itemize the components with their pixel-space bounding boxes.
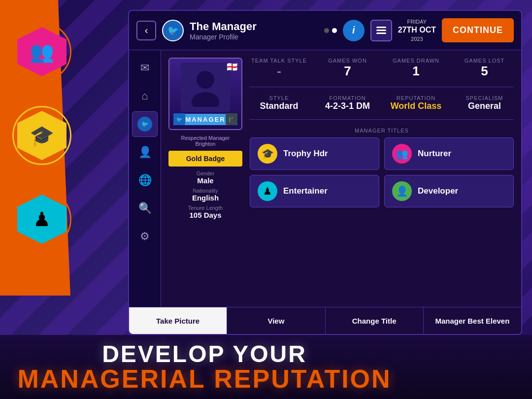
- style-stat: STYLE Standard: [250, 95, 308, 111]
- trophy-icon: 🎓: [258, 144, 277, 164]
- style-row: STYLE Standard FORMATION 4-2-3-1 DM REPU…: [250, 95, 514, 111]
- games-drawn-label: GAMES DRAWN: [387, 58, 445, 64]
- side-icons: 👥 🎓 ♟: [15, 25, 69, 246]
- nav-gear[interactable]: ⚙: [132, 224, 158, 249]
- banner-line-1: DEVELOP YOUR: [102, 342, 307, 366]
- menu-line-1: [376, 27, 386, 28]
- nurturer-icon: 👥: [392, 144, 412, 164]
- titles-section: MANAGER TITLES 🎓 Trophy Hdr 👥 Nurturer ♟: [250, 128, 514, 299]
- trophy-label: Trophy Hdr: [283, 149, 328, 159]
- nav-person[interactable]: 👤: [132, 139, 158, 165]
- reputation-value: World Class: [387, 101, 445, 111]
- games-lost-value: 5: [455, 64, 514, 79]
- dot-2: [332, 28, 337, 33]
- menu-line-3: [376, 33, 386, 34]
- avatar-svg: [186, 67, 225, 107]
- nationality-label: Nationality: [168, 188, 242, 194]
- side-navigation: ✉ ⌂ 🐦 👤 🌐 🔍 ⚙: [129, 50, 161, 307]
- gender-label: Gender: [168, 170, 242, 176]
- graduation-hex: 🎓: [15, 108, 69, 163]
- take-picture-button[interactable]: Take Picture: [129, 307, 227, 334]
- games-won-stat: GAMES WON 7: [318, 58, 377, 79]
- reputation-stat: REPUTATION World Class: [387, 95, 445, 111]
- games-won-label: GAMES WON: [318, 58, 377, 64]
- bottom-buttons: Take Picture View Change Title Manager B…: [129, 307, 521, 334]
- tenure-value: 105 Days: [168, 211, 242, 219]
- nav-shield[interactable]: 🐦: [132, 111, 158, 137]
- formation-label: FORMATION: [318, 95, 377, 101]
- menu-button[interactable]: [370, 20, 392, 41]
- games-lost-label: GAMES LOST: [455, 58, 514, 64]
- specialism-value: General: [455, 101, 514, 111]
- tenure-row: Tenure Length 105 Days: [168, 205, 242, 219]
- nav-search[interactable]: 🔍: [132, 196, 158, 221]
- date-year: 2023: [398, 35, 436, 42]
- info-button[interactable]: i: [343, 20, 365, 41]
- nav-globe[interactable]: 🌐: [132, 167, 158, 193]
- back-button[interactable]: ‹: [136, 21, 156, 40]
- gender-row: Gender Male: [168, 170, 242, 185]
- view-button[interactable]: View: [227, 307, 325, 334]
- main-panel: ‹ 🐦 The Manager Manager Profile i FRIDAY…: [128, 10, 522, 335]
- svg-point-1: [192, 92, 219, 107]
- gold-badge-button[interactable]: Gold Badge: [168, 151, 242, 166]
- title-trophy-hdr[interactable]: 🎓 Trophy Hdr: [250, 137, 379, 170]
- svg-point-0: [197, 71, 214, 89]
- change-title-button[interactable]: Change Title: [326, 307, 424, 334]
- date-block: FRIDAY 27TH OCT 2023: [398, 18, 436, 42]
- bottom-flag-badge: 🏴: [226, 113, 237, 125]
- menu-line-2: [376, 30, 386, 31]
- nationality-row: Nationality English: [168, 188, 242, 202]
- stats-panel: TEAM TALK STYLE - GAMES WON 7 GAMES DRAW…: [250, 58, 514, 299]
- team-talk-label: TEAM TALK STYLE: [250, 58, 308, 64]
- dot-1: [324, 28, 329, 33]
- card-description: Respected Manager: [168, 135, 242, 141]
- continue-button[interactable]: CONTINUE: [442, 18, 514, 42]
- titles-label: MANAGER TITLES: [250, 128, 514, 133]
- nationality-value: English: [168, 194, 242, 202]
- date-date: 27TH OCT: [398, 25, 436, 35]
- avatar: [181, 63, 230, 112]
- specialism-label: SPECIALISM: [455, 95, 514, 101]
- manager-subtitle: Manager Profile: [190, 33, 318, 41]
- chess-hex: ♟: [15, 192, 69, 246]
- bottom-banner: DEVELOP YOUR MANAGERIAL REPUTATION: [0, 335, 532, 399]
- nav-home[interactable]: ⌂: [132, 83, 158, 109]
- divider-1: [250, 87, 514, 87]
- style-value: Standard: [250, 101, 308, 111]
- formation-value: 4-2-3-1 DM: [318, 101, 377, 111]
- panel-body: ✉ ⌂ 🐦 👤 🌐 🔍 ⚙ 🏴󠁧󠁢󠁥󠁮󠁧󠁿: [129, 50, 521, 307]
- specialism-stat: SPECIALISM General: [455, 95, 514, 111]
- manager-name: The Manager: [190, 20, 318, 33]
- banner-line-2: MANAGERIAL REPUTATION: [17, 366, 391, 392]
- games-won-value: 7: [318, 64, 377, 79]
- manager-title-block: The Manager Manager Profile: [190, 20, 318, 41]
- formation-stat: FORMATION 4-2-3-1 DM: [318, 95, 377, 111]
- bottom-club-badge: 🐦: [173, 113, 185, 125]
- games-drawn-value: 1: [387, 64, 445, 79]
- manager-best-eleven-button[interactable]: Manager Best Eleven: [424, 307, 521, 334]
- nav-mail[interactable]: ✉: [132, 55, 158, 81]
- content-area: 🏴󠁧󠁢󠁥󠁮󠁧󠁿 🐦 🏴 MANAGER Respected Manager Br…: [161, 50, 521, 307]
- gender-value: Male: [168, 176, 242, 185]
- title-developer[interactable]: 👤 Developer: [384, 175, 514, 207]
- style-label: STYLE: [250, 95, 308, 101]
- title-nurturer[interactable]: 👥 Nurturer: [384, 137, 514, 170]
- titles-grid: 🎓 Trophy Hdr 👥 Nurturer ♟ Entertainer: [250, 137, 514, 207]
- club-badge-icon: 🐦: [162, 20, 184, 41]
- tenure-label: Tenure Length: [168, 205, 242, 211]
- divider-2: [250, 119, 514, 120]
- manager-card: 🏴󠁧󠁢󠁥󠁮󠁧󠁿 🐦 🏴 MANAGER Respected Manager Br…: [168, 58, 242, 299]
- entertainer-icon: ♟: [258, 181, 277, 201]
- people-hex: 👥: [15, 25, 69, 79]
- games-lost-stat: GAMES LOST 5: [455, 58, 514, 79]
- entertainer-label: Entertainer: [283, 186, 328, 196]
- nurturer-label: Nurturer: [418, 149, 451, 159]
- card-portrait: 🏴󠁧󠁢󠁥󠁮󠁧󠁿 🐦 🏴 MANAGER: [168, 58, 242, 130]
- reputation-label: REPUTATION: [387, 95, 445, 101]
- date-day: FRIDAY: [398, 18, 436, 25]
- developer-icon: 👤: [392, 181, 412, 201]
- nav-club-badge: 🐦: [137, 117, 152, 132]
- developer-label: Developer: [418, 186, 458, 196]
- title-entertainer[interactable]: ♟ Entertainer: [250, 175, 379, 207]
